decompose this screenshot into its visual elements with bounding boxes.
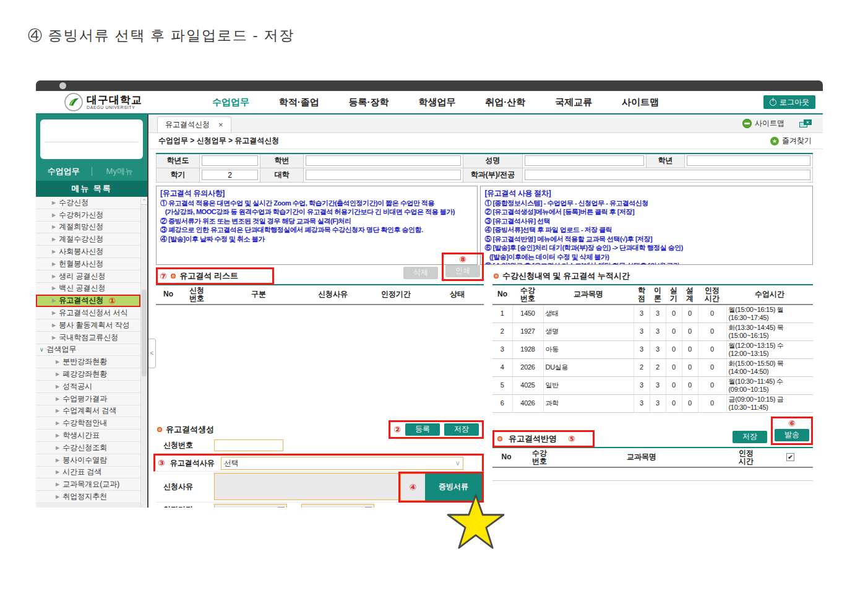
sitemap-button[interactable]: 사이트맵	[742, 118, 784, 129]
sidebar-item[interactable]: ▶수강학점안내	[36, 417, 140, 430]
column-header: 수강 번호	[512, 285, 543, 305]
sidebar-tab-mymenu[interactable]: My메뉴	[92, 166, 148, 177]
sidebar-item[interactable]: ▶유고결석신청서 서식	[36, 307, 140, 319]
notice-line: (가상강좌, MOOC강좌 등 원격수업과 학습기간이 유고결석 허용기간보다 …	[160, 207, 473, 217]
sidebar-item[interactable]: ▶수강신청조회	[36, 442, 140, 454]
nav-item[interactable]: 학생업무	[418, 97, 455, 108]
app-body: 수업업무 My메뉴 메뉴 목록 ▶수강신청▶수강허가신청▶계절희망신청▶계절수강…	[36, 115, 823, 508]
sidebar-scrollbar[interactable]: ^	[140, 197, 147, 508]
sidebar-collapse-handle[interactable]: <	[148, 339, 156, 368]
table-row[interactable]: 31928아동33000월(12:00~13:15) 수(12:00~13:15…	[492, 340, 813, 358]
university-logo[interactable]: 대구대학교 DAEGU UNIVERSITY	[64, 93, 179, 111]
user-info-box	[40, 119, 143, 159]
close-icon[interactable]: ×	[218, 120, 223, 129]
reqno-input[interactable]	[214, 439, 283, 451]
sidebar-item[interactable]: ▶사회봉사신청	[36, 246, 140, 258]
sidebar-item[interactable]: ▶봉사 활동계획서 작성	[36, 319, 140, 332]
calendar-icon[interactable]	[365, 507, 372, 508]
sidebar-item[interactable]: ▶성적공시	[36, 381, 140, 393]
reason-select-value: 선택	[224, 458, 239, 469]
sidebar-item[interactable]: ▶유고결석신청①	[36, 295, 140, 307]
apply-save-button[interactable]: 저장	[733, 431, 767, 443]
tab-excused-absence[interactable]: 유고결석신청 ×	[157, 116, 231, 132]
sidebar-item[interactable]: ▶수업계획서 검색	[36, 405, 140, 418]
sidebar-item-label: 수강허가신청	[59, 210, 103, 220]
arrow-right-icon: ▶	[56, 396, 59, 402]
sidebar-item[interactable]: ▶수업평가결과	[36, 393, 140, 405]
table-cell: 금(09:00~10:15) 금(10:30~11:45)	[726, 394, 813, 412]
grade-input[interactable]	[687, 155, 810, 166]
table-cell: 1	[492, 305, 512, 323]
logout-button[interactable]: 로그아웃	[763, 95, 815, 109]
section-title: 유고결석반영	[509, 433, 557, 444]
studentno-input[interactable]	[306, 155, 461, 166]
reason-select[interactable]: 선택 ∨	[221, 457, 463, 470]
nav-item[interactable]: 등록·장학	[349, 97, 389, 108]
print-button[interactable]: 인쇄	[445, 265, 480, 277]
sidebar-item-label: 검색업무	[47, 344, 77, 355]
sidebar-item[interactable]: ▶취업정지추천	[36, 491, 140, 503]
sidebar-tab-work[interactable]: 수업업무	[36, 166, 92, 177]
section-title: 유고결석 리스트	[179, 270, 238, 282]
sidebar-item[interactable]: ▶수강허가신청	[36, 209, 140, 222]
delete-button[interactable]: 삭제	[403, 267, 438, 279]
sidebar-item[interactable]: ▶수강신청	[36, 197, 140, 209]
sidebar-item-label: 국내학점교류신청	[59, 332, 118, 343]
sidebar-item[interactable]: ▶교과목개요(교과)	[36, 478, 140, 491]
term-input[interactable]	[202, 170, 258, 180]
college-input[interactable]	[306, 170, 461, 180]
arrow-right-icon: ▶	[52, 285, 56, 291]
save-button[interactable]: 저장	[444, 423, 479, 436]
table-cell: 2	[634, 358, 650, 376]
table-cell: 1927	[512, 322, 543, 340]
sidebar-item[interactable]: ▶국내학점교류신청	[36, 332, 140, 344]
nav-item[interactable]: 국제교류	[555, 97, 592, 108]
sidebar-item[interactable]: ▶폐강강좌현황	[36, 368, 140, 381]
app-window: 대구대학교 DAEGU UNIVERSITY 수업업무학적·졸업등록·장학학생업…	[36, 80, 823, 509]
sidebar-item[interactable]: ∨검색업무	[36, 344, 140, 357]
register-button[interactable]: 등록	[405, 423, 440, 436]
favorite-button[interactable]: ★ 즐겨찾기	[770, 136, 812, 146]
sidebar-item[interactable]: ▶학생시간표	[36, 430, 140, 442]
sidebar-item[interactable]: ▶분반강좌현황	[36, 356, 140, 368]
select-all-checkbox[interactable]: ✔	[786, 453, 794, 461]
sidebar-item[interactable]: ▶헌혈봉사신청	[36, 258, 140, 270]
sidebar-item[interactable]: ▶계절수강신청	[36, 233, 140, 246]
table-cell: 6	[492, 394, 512, 412]
nav-item[interactable]: 학적·졸업	[279, 97, 319, 108]
empty-table-body	[156, 305, 484, 406]
table-row[interactable]: 42026DU실용22000화(15:00~15:50) 목(14:00~14:…	[492, 358, 813, 376]
nav-item[interactable]: 사이트맵	[622, 97, 659, 108]
table-cell: 0	[666, 340, 682, 358]
nav-item[interactable]: 수업업무	[212, 97, 249, 108]
sidebar-item-label: 교과목개요(교과)	[62, 479, 119, 490]
sidebar-item[interactable]: ▶봉사이수열람	[36, 454, 140, 467]
sitemap-icon	[742, 119, 752, 128]
table-row[interactable]: 64026과학33000금(09:00~10:15) 금(10:30~11:45…	[492, 394, 813, 412]
table-row[interactable]: 21927생명33000화(13:30~14:45) 목(15:00~16:15…	[492, 322, 813, 340]
sidebar-item-label: 학생시간표	[62, 430, 100, 441]
window-popup-icon[interactable]: ✕	[799, 119, 812, 128]
sidebar-item[interactable]: ▶시간표 검색	[36, 467, 140, 479]
sidebar-item[interactable]: ▶생리 공결신청	[36, 270, 140, 283]
table-cell: 0	[666, 322, 682, 340]
year-input[interactable]	[202, 155, 258, 166]
sidebar-item[interactable]: ▶계절희망신청	[36, 222, 140, 234]
scrollbar-thumb[interactable]	[142, 290, 147, 376]
table-row[interactable]: 11450생태33000월(15:00~16:15) 월(16:30~17:45…	[492, 305, 813, 323]
scroll-up-icon[interactable]: ^	[141, 197, 147, 205]
period-to-input[interactable]	[301, 504, 374, 508]
arrow-right-icon: ▶	[52, 310, 56, 316]
sidebar-item-label: 폐강강좌현황	[62, 369, 107, 379]
send-button[interactable]: 발송	[775, 429, 809, 441]
name-input[interactable]	[525, 155, 644, 166]
detail-textarea[interactable]	[214, 473, 400, 500]
table-row[interactable]: 54025일반33000월(10:30~11:45) 수(09:00~10:15…	[492, 376, 813, 394]
nav-item[interactable]: 취업·산학	[485, 97, 525, 108]
sidebar-item[interactable]: ▶백신 공결신청	[36, 283, 140, 295]
sidebar-item-label: 시간표 검색	[62, 467, 101, 477]
period-from-input[interactable]	[214, 504, 287, 508]
dept-input[interactable]	[525, 170, 810, 180]
column-header: 실 기	[666, 285, 682, 305]
calendar-icon[interactable]	[278, 507, 285, 508]
